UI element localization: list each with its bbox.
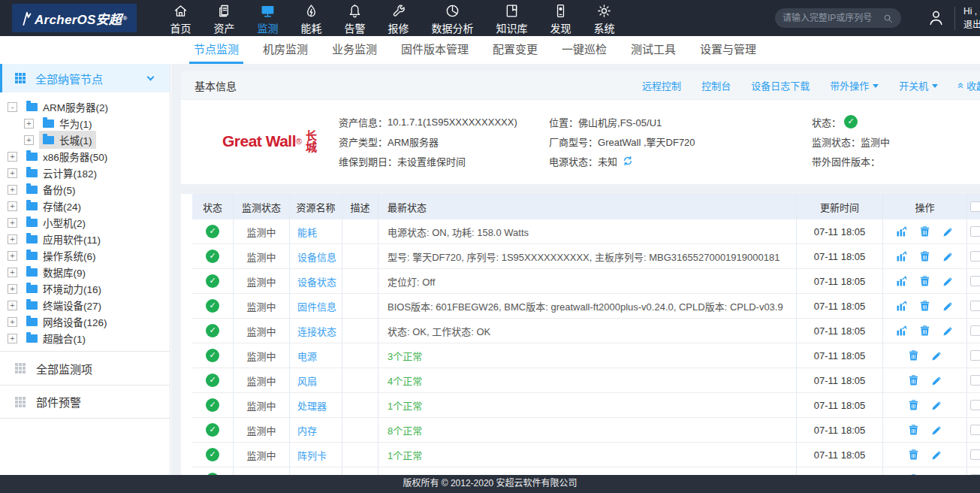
edit-icon[interactable] (930, 449, 943, 461)
tree-node-body[interactable]: 数据库(9) (23, 263, 89, 281)
search-input[interactable] (782, 13, 882, 23)
resource-link[interactable]: 处理器 (297, 398, 327, 413)
delete-icon[interactable] (907, 399, 920, 412)
subnav-tab[interactable]: 配置变更 (481, 36, 550, 64)
nav-item-energy[interactable]: 能耗 (290, 1, 333, 35)
edit-icon[interactable] (942, 250, 954, 263)
tree-node[interactable]: + 终端设备(27) (0, 297, 170, 313)
row-checkbox[interactable] (970, 301, 980, 311)
tree-expander-icon[interactable]: + (8, 201, 17, 211)
edit-icon[interactable] (942, 225, 954, 238)
tree-node-body[interactable]: 长城(1) (39, 131, 96, 149)
resource-link[interactable]: 连接状态 (297, 324, 336, 338)
tree-node-body[interactable]: 环境动力(16) (23, 280, 105, 298)
row-checkbox[interactable] (970, 350, 980, 361)
tree-node-body[interactable]: 云计算(182) (23, 164, 101, 182)
refresh-icon[interactable] (622, 155, 634, 167)
tree-node-body[interactable]: 小型机(2) (23, 213, 89, 231)
edit-icon[interactable] (930, 374, 943, 387)
history-chart-icon[interactable] (895, 250, 908, 263)
tree-expander-icon[interactable]: + (8, 251, 17, 261)
row-checkbox[interactable] (970, 226, 980, 237)
resource-link[interactable]: 内存 (297, 423, 317, 437)
history-chart-icon[interactable] (895, 225, 908, 238)
tree-node[interactable]: + x86服务器(50) (0, 148, 170, 165)
nav-item-system[interactable]: 系统 (583, 1, 626, 35)
subnav-tab[interactable]: 设置与管理 (688, 36, 768, 64)
nav-item-analysis[interactable]: 数据分析 (421, 1, 485, 35)
row-checkbox[interactable] (970, 425, 980, 435)
subnav-tab[interactable]: 业务监测 (320, 36, 389, 64)
tree-node-body[interactable]: 终端设备(27) (23, 296, 105, 314)
nav-item-assets[interactable]: 资产 (203, 1, 246, 35)
tree-expander-icon[interactable]: + (24, 119, 34, 129)
tree-node[interactable]: - ARM服务器(2) (0, 98, 170, 115)
resource-link[interactable]: 固件信息 (297, 299, 336, 313)
history-chart-icon[interactable] (895, 300, 908, 313)
panel-action-link[interactable]: 带外操作 (830, 78, 879, 92)
user-avatar-icon[interactable] (927, 8, 945, 27)
tree-node[interactable]: + 环境动力(16) (0, 280, 170, 297)
row-checkbox[interactable] (970, 251, 980, 262)
tree-node-body[interactable]: 应用软件(11) (23, 230, 104, 248)
delete-icon[interactable] (907, 449, 920, 461)
tree-expander-icon[interactable]: + (8, 284, 17, 294)
delete-icon[interactable] (907, 349, 920, 362)
tree-node-body[interactable]: x86服务器(50) (23, 147, 111, 165)
app-logo[interactable]: ArcherOS安超® (12, 4, 137, 32)
subnav-tab[interactable]: 测试工具 (619, 36, 688, 64)
resource-link[interactable]: 能耗 (297, 225, 317, 239)
tree-expander-icon[interactable]: + (8, 185, 17, 195)
delete-icon[interactable] (918, 275, 931, 288)
sidebar-header-all-nodes[interactable]: 全部纳管节点 (0, 64, 170, 92)
panel-action-link[interactable]: 设备日志下载 (751, 78, 810, 92)
subnav-tab[interactable]: 一键巡检 (550, 36, 619, 64)
tree-node-body[interactable]: 网络设备(126) (23, 313, 111, 331)
row-checkbox[interactable] (970, 400, 980, 410)
collapse-control[interactable]: 收起 (958, 78, 980, 92)
panel-action-link[interactable]: 远程控制 (642, 78, 681, 92)
nav-item-alarm[interactable]: 告警 (333, 1, 377, 35)
nav-item-repair[interactable]: 报修 (377, 1, 421, 35)
row-checkbox[interactable] (970, 375, 980, 386)
tree-node-body[interactable]: 备份(5) (23, 180, 80, 198)
nav-item-monitor[interactable]: 监测 (246, 1, 290, 35)
tree-node[interactable]: + 长城(1) (0, 132, 170, 148)
tree-node-body[interactable]: 超融合(1) (23, 329, 89, 347)
tree-expander-icon[interactable]: + (8, 168, 17, 178)
select-all-checkbox[interactable] (970, 201, 980, 212)
delete-icon[interactable] (918, 225, 931, 238)
tree-node[interactable]: + 操作系统(6) (0, 247, 170, 264)
delete-icon[interactable] (918, 325, 931, 337)
resource-link[interactable]: 设备信息 (297, 250, 336, 264)
search-icon[interactable] (882, 13, 894, 24)
edit-icon[interactable] (942, 300, 954, 313)
tree-expander-icon[interactable]: + (8, 152, 17, 162)
history-chart-icon[interactable] (895, 275, 908, 288)
nav-item-discover[interactable]: 发现 (539, 1, 583, 35)
edit-icon[interactable] (930, 399, 943, 412)
subnav-tab[interactable]: 机房监测 (251, 36, 320, 64)
logout-link[interactable]: 退出 (963, 18, 980, 32)
tree-node-body[interactable]: ARM服务器(2) (23, 98, 112, 116)
row-checkbox[interactable] (970, 449, 980, 460)
tree-expander-icon[interactable]: - (8, 102, 17, 112)
tree-expander-icon[interactable]: + (8, 234, 17, 244)
tree-node-body[interactable]: 存储(24) (23, 197, 85, 215)
resource-link[interactable]: 设备状态 (297, 274, 336, 289)
tree-node[interactable]: + 备份(5) (0, 181, 170, 198)
tree-node[interactable]: + 云计算(182) (0, 165, 170, 181)
tree-expander-icon[interactable]: + (24, 135, 34, 145)
history-chart-icon[interactable] (895, 325, 908, 337)
tree-node-body[interactable]: 操作系统(6) (23, 246, 100, 265)
panel-action-link[interactable]: 控制台 (701, 78, 731, 92)
edit-icon[interactable] (942, 275, 954, 288)
delete-icon[interactable] (918, 300, 931, 313)
sidebar-item-all-monitor-items[interactable]: 全部监测项 (0, 351, 170, 385)
resource-link[interactable]: 电源 (297, 349, 317, 363)
sidebar-item-part-warning[interactable]: 部件预警 (0, 385, 170, 419)
tree-node-body[interactable]: 华为(1) (39, 114, 96, 132)
tree-node[interactable]: + 小型机(2) (0, 214, 170, 231)
row-checkbox[interactable] (970, 325, 980, 336)
resource-link[interactable]: 风扇 (297, 374, 317, 388)
